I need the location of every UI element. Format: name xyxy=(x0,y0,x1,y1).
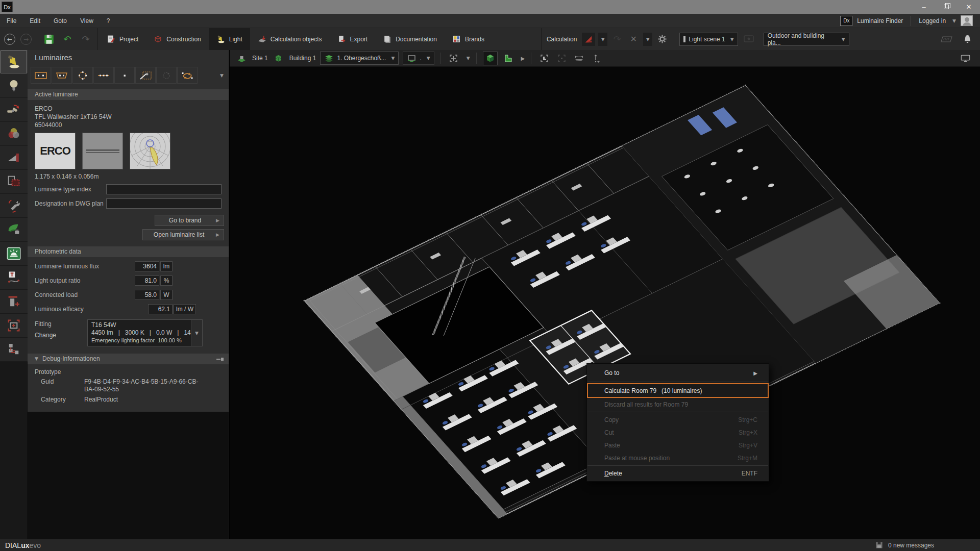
tab-documentation[interactable]: Documentation xyxy=(375,28,445,50)
menu-item-calculate-room[interactable]: Calculate Room 79 (10 luminaires) xyxy=(587,383,769,398)
calculate-button[interactable] xyxy=(582,33,595,46)
tool-joint-arrangement[interactable] xyxy=(0,98,28,122)
floor-select[interactable]: 1. Obergeschoß... ▼ xyxy=(320,52,399,65)
circular-arrangement-button[interactable] xyxy=(72,67,93,84)
view-preset-select[interactable]: Outdoor and building pla... ▼ xyxy=(764,33,849,46)
tool-emergency-lighting[interactable] xyxy=(0,242,28,266)
tool-labels[interactable] xyxy=(0,266,28,290)
redo-button[interactable]: ↷ xyxy=(79,33,92,46)
move-tool-dropdown[interactable]: ▼ xyxy=(467,56,470,61)
menu-item-go-to[interactable]: Go to ▶ xyxy=(587,365,769,381)
tab-light[interactable]: Light xyxy=(209,28,250,50)
building-button[interactable] xyxy=(272,52,285,65)
more-tools-dropdown[interactable]: ▼ xyxy=(220,73,224,78)
calculate-dropdown[interactable]: ▼ xyxy=(598,33,607,46)
view-2d-plan-button[interactable] xyxy=(502,52,515,65)
tab-calculation-objects[interactable]: Calculation objects xyxy=(250,28,330,50)
display-options-button[interactable] xyxy=(959,52,972,65)
menu-file[interactable]: File xyxy=(0,14,23,28)
back-button[interactable]: ← xyxy=(4,34,15,45)
fitting-select[interactable]: T16 54W 4450 lm | 3000 K | 0.0 W | 14 Em… xyxy=(87,319,203,346)
menu-help[interactable]: ? xyxy=(100,14,117,28)
fitting-dropdown[interactable]: ▼ xyxy=(191,320,202,346)
scene-preview-button[interactable] xyxy=(742,33,755,46)
change-fitting-link[interactable]: Change xyxy=(35,332,56,339)
tool-copy-arrangement[interactable] xyxy=(0,170,28,194)
menu-item-delete[interactable]: Delete ENTF xyxy=(587,467,769,480)
zoom-to-point-button[interactable] xyxy=(555,52,568,65)
tab-project[interactable]: Project xyxy=(99,28,146,50)
open-luminaire-list-button[interactable]: Open luminaire list ▶ xyxy=(142,229,224,240)
submenu-arrow-icon: ▶ xyxy=(753,370,757,376)
luminous-efficacy-value[interactable]: 62.1 xyxy=(148,304,173,314)
tool-add-column[interactable] xyxy=(0,290,28,314)
luminous-flux-value[interactable]: 3604 xyxy=(135,261,159,271)
tool-luminaires[interactable] xyxy=(0,50,28,74)
brand-logo-thumbnail[interactable]: ERCO xyxy=(35,133,76,169)
category-value: RealProduct xyxy=(84,396,202,404)
tool-add-calculation-surface[interactable] xyxy=(0,314,28,338)
swap-arrangement-button[interactable] xyxy=(177,67,198,84)
move-view-tool[interactable] xyxy=(447,52,460,65)
site-button[interactable] xyxy=(235,52,248,65)
menu-goto[interactable]: Goto xyxy=(47,14,74,28)
polar-diagram-thumbnail[interactable] xyxy=(130,133,170,169)
automatic-arrangement-button[interactable] xyxy=(135,67,156,84)
measure-vertical-icon xyxy=(592,54,601,63)
polygon-arrangement-button[interactable] xyxy=(52,67,72,84)
menu-view[interactable]: View xyxy=(74,14,100,28)
refresh-button[interactable]: ↷ xyxy=(610,33,624,46)
single-luminaire-button[interactable] xyxy=(114,67,135,84)
light-scene-select[interactable]: Light scene 1 ▼ xyxy=(679,33,738,46)
go-to-brand-button[interactable]: Go to brand ▶ xyxy=(155,215,224,226)
site-label[interactable]: Site 1 xyxy=(252,55,268,62)
building-label[interactable]: Building 1 xyxy=(289,55,316,62)
measure-height-button[interactable] xyxy=(590,52,603,65)
tab-construction[interactable]: Construction xyxy=(146,28,208,50)
arrangement-toolbar: ▼ xyxy=(28,65,229,86)
undo-button[interactable]: ↶ xyxy=(61,33,74,46)
tool-hierarchy[interactable] xyxy=(0,338,28,362)
plan-l-icon xyxy=(503,54,513,63)
view-3d-button[interactable] xyxy=(483,52,498,65)
notifications-bell-icon[interactable] xyxy=(963,34,972,44)
logged-in-label[interactable]: Logged in xyxy=(919,17,946,24)
avatar[interactable] xyxy=(961,15,973,26)
calculation-settings-button[interactable] xyxy=(655,33,669,46)
messages-status[interactable]: 0 new messages xyxy=(888,542,934,549)
zoom-to-selection-button[interactable] xyxy=(537,52,551,65)
restore-button[interactable] xyxy=(935,0,958,14)
view-mode-expand[interactable]: ▶ xyxy=(521,56,525,61)
close-button[interactable]: ✕ xyxy=(958,0,980,14)
colour-circles-icon xyxy=(6,126,21,141)
tool-maintenance[interactable] xyxy=(0,194,28,218)
luminaire-finder-link[interactable]: Luminaire Finder xyxy=(857,17,903,24)
dwg-designation-input[interactable] xyxy=(106,198,222,209)
chevron-down-icon[interactable]: ▼ xyxy=(952,18,956,23)
cancel-dropdown[interactable]: ▼ xyxy=(643,33,652,46)
menu-edit[interactable]: Edit xyxy=(23,14,47,28)
tool-energy[interactable] xyxy=(0,218,28,242)
tool-filter[interactable] xyxy=(0,146,28,170)
debug-section-header[interactable]: ▼ Debug-Informationen xyxy=(28,354,229,364)
connected-load-value[interactable]: 58.0 xyxy=(135,290,159,300)
keyboard-icon[interactable] xyxy=(940,35,953,43)
tab-export[interactable]: Export xyxy=(330,28,376,50)
field-arrangement-button[interactable] xyxy=(156,67,177,84)
tab-brands[interactable]: Brands xyxy=(445,28,492,50)
light-output-ratio-value[interactable]: 81.0 xyxy=(135,276,159,286)
pin-icon[interactable] xyxy=(216,358,224,361)
tool-light-colour[interactable] xyxy=(0,122,28,146)
rectangular-arrangement-button[interactable] xyxy=(31,67,51,84)
line-arrangement-button[interactable] xyxy=(93,67,114,84)
luminaire-type-index-input[interactable] xyxy=(106,184,222,194)
titlebar[interactable]: Dx – ✕ xyxy=(0,0,980,14)
room-select[interactable]: . ▼ xyxy=(403,52,434,65)
measure-distance-button[interactable] xyxy=(572,52,585,65)
product-photo-thumbnail[interactable] xyxy=(82,133,123,169)
tool-lamps[interactable] xyxy=(0,74,28,98)
minimize-button[interactable]: – xyxy=(913,0,935,14)
forward-button[interactable]: → xyxy=(20,34,32,45)
save-button[interactable] xyxy=(42,33,56,46)
cancel-calculation-button[interactable]: ✕ xyxy=(627,33,640,46)
